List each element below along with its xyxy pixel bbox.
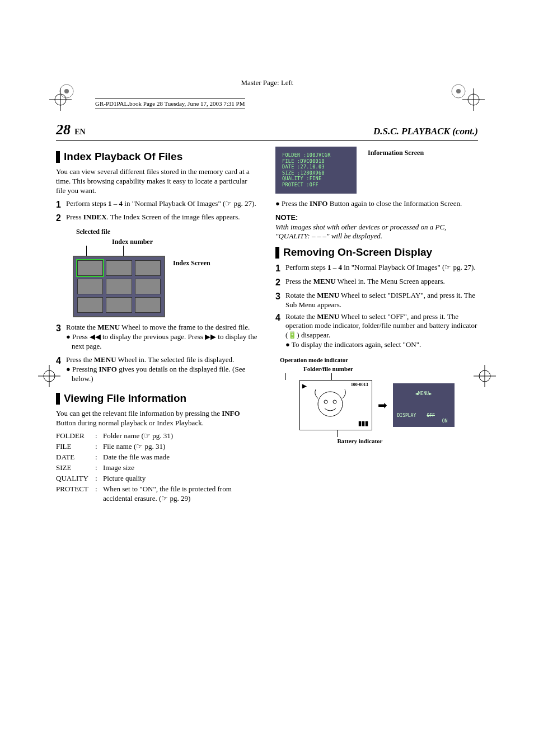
table-row: PROTECT:When set to "ON", the file is pr… (56, 485, 259, 504)
osd-menu-label: ◀MENU▶ (397, 391, 450, 397)
rs4-b: MENU (317, 312, 339, 321)
step1-text-f: pg. 27). (232, 199, 256, 208)
svg-point-0 (318, 392, 343, 416)
note-label: NOTE: (275, 213, 478, 223)
rs2-b: MENU (313, 277, 336, 285)
close-b: INFO (310, 199, 328, 208)
rs1-a: Perform steps (285, 263, 327, 271)
info-screen-wrap: FOLDER :100JVCGR FILE :DVC00010 DATE :27… (275, 147, 478, 194)
ref-icon (225, 199, 232, 208)
info-val: When set to "ON", the file is protected … (103, 485, 259, 504)
r-step-2: 2 Press the MENU Wheel in. The Menu Scre… (275, 277, 478, 289)
arrow-right-icon: ➡ (378, 398, 387, 412)
index-cell (106, 297, 132, 313)
index-cell (106, 260, 132, 276)
close-c: Button again to close the Information Sc… (327, 199, 462, 208)
note-text: With images shot with other devices or p… (275, 223, 478, 242)
close-info-text: ● Press the INFO Button again to close t… (275, 199, 478, 209)
info-line: QUALITY :FINE (282, 176, 350, 182)
caption-battery: Battery indicator (242, 437, 478, 445)
osd-diagram: Operation mode indicator Folder/file num… (275, 356, 478, 445)
info-key: PROTECT (56, 485, 95, 504)
step-1: 1 Perform steps 1 – 4 in "Normal Playbac… (56, 199, 259, 211)
info-key: DATE (56, 453, 95, 462)
rs1-f: pg. 27). (451, 263, 475, 271)
step-number: 2 (275, 277, 285, 289)
info-line: PROTECT :OFF (282, 182, 350, 188)
r-step-1: 1 Perform steps 1 – 4 in "Normal Playbac… (275, 263, 478, 275)
index-cell (135, 297, 161, 313)
ref-icon (444, 263, 451, 271)
info-val: Picture quality (103, 474, 259, 483)
step1-text-e: in "Normal Playback Of Images" ( (123, 199, 225, 208)
svg-point-1 (324, 400, 327, 403)
osd-on-label: ON (442, 419, 448, 424)
page-number: 28 (56, 121, 71, 138)
rs3-b: MENU (317, 291, 339, 299)
info-val: Image size (103, 463, 259, 473)
registration-mark-icon (37, 364, 62, 388)
step2-c: . The Index Screen of the image files ap… (107, 213, 240, 221)
registration-mark-icon (472, 364, 497, 388)
page-header: 28 EN D.S.C. PLAYBACK (cont.) (56, 120, 478, 141)
step-number: 4 (275, 312, 285, 352)
battery-icon: ▮▮▮ (358, 419, 368, 427)
rs1-c: – (331, 263, 339, 271)
index-cell (77, 297, 103, 313)
caption-folderfile: Folder/file number (303, 365, 478, 373)
page-number-block: 28 EN (56, 120, 86, 139)
view-intro: You can get the relevant file informatio… (56, 409, 259, 428)
info-line: DATE :27.10.03 (282, 164, 350, 170)
view-intro-b: INFO (222, 409, 240, 417)
heading-removing-osd: Removing On-Screen Display (275, 247, 478, 259)
osd-folder-file: 100-0013 (351, 382, 368, 388)
index-screen-diagram: Selected file Index number (73, 228, 259, 317)
step-number: 3 (275, 291, 285, 310)
intro-text: You can view several different files sto… (56, 167, 259, 196)
info-val: File name (☞ pg. 31) (103, 442, 259, 452)
master-page-label: Master Page: Left (56, 78, 478, 88)
step-2: 2 Press INDEX. The Index Screen of the i… (56, 213, 259, 224)
info-val: Date the file was made (103, 453, 259, 462)
info-key: FOLDER (56, 431, 95, 441)
table-row: QUALITY:Picture quality (56, 474, 259, 483)
rs1-e: in "Normal Playback Of Images" ( (342, 263, 444, 271)
lang-code: EN (74, 128, 85, 136)
book-info: GR-PD1PAL.book Page 28 Tuesday, June 17,… (95, 98, 478, 109)
view-intro-c: Button during normal playback or Index P… (56, 419, 204, 427)
caption-selected-file: Selected file (76, 228, 110, 237)
step4-sub-b: INFO (99, 365, 117, 373)
table-row: SIZE:Image size (56, 463, 259, 473)
caption-opmode: Operation mode indicator (280, 356, 478, 364)
file-info-table: FOLDER:Folder name (☞ pg. 31) FILE:File … (56, 431, 259, 503)
step-number: 2 (56, 213, 66, 224)
heading-viewing-file-info: Viewing File Information (56, 393, 259, 405)
index-cell (135, 260, 161, 276)
caption-information-screen: Information Screen (368, 149, 424, 158)
svg-point-27 (456, 89, 461, 93)
step2-a: Press (66, 213, 83, 221)
information-screen-box: FOLDER :100JVCGR FILE :DVC00010 DATE :27… (275, 147, 357, 194)
section-title: D.S.C. PLAYBACK (cont.) (373, 125, 478, 138)
osd-screen-left: ▶ 100-0013 ▮▮▮ (299, 380, 372, 430)
info-key: FILE (56, 442, 95, 452)
svg-point-2 (333, 400, 336, 403)
table-row: FILE:File name (☞ pg. 31) (56, 442, 259, 452)
osd-off-label: OFF (427, 413, 434, 418)
step3-a: Rotate the (66, 323, 97, 331)
right-column: FOLDER :100JVCGR FILE :DVC00010 DATE :27… (275, 147, 478, 504)
step4-c: Wheel in. The selected file is displayed… (116, 355, 235, 364)
step4-a: Press the (66, 355, 94, 364)
rs4-sub: ● To display the indicators again, selec… (285, 340, 478, 350)
step1-text-a: Perform steps (66, 199, 108, 208)
heading-index-playback: Index Playback Of Files (56, 151, 259, 163)
osd-screen-right: ◀MENU▶ DISPLAY OFF ON (393, 383, 455, 427)
face-illustration-icon (310, 388, 355, 423)
corner-dot-icon (58, 83, 75, 100)
index-cell (77, 279, 103, 294)
index-cell (135, 279, 161, 294)
index-cell-selected (77, 260, 103, 276)
caption-index-number: Index number (112, 238, 153, 247)
info-key: QUALITY (56, 474, 95, 483)
caption-index-screen: Index Screen (173, 259, 210, 268)
